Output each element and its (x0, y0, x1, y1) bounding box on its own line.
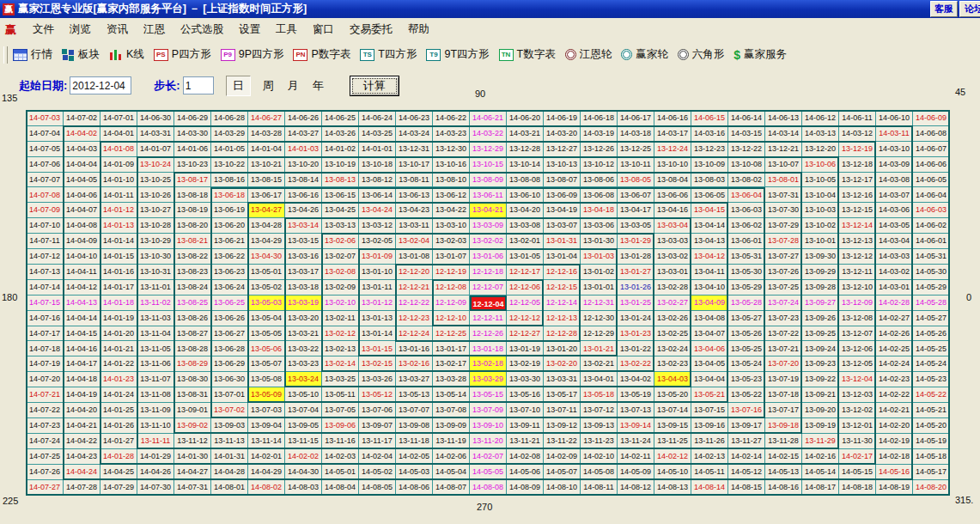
date-cell[interactable]: 13-08-15 (248, 173, 285, 188)
date-cell[interactable]: 14-06-12 (802, 111, 839, 126)
calculate-button[interactable]: 计算 (350, 76, 399, 96)
date-cell[interactable]: 13-04-18 (581, 203, 618, 218)
date-cell[interactable]: 13-06-15 (322, 188, 359, 204)
date-cell[interactable]: 13-12-08 (839, 311, 876, 326)
date-cell[interactable]: 13-10-12 (581, 157, 618, 173)
date-cell[interactable]: 13-08-10 (433, 173, 470, 188)
date-cell[interactable]: 13-02-16 (396, 356, 433, 372)
date-cell[interactable]: 13-03-18 (285, 280, 322, 296)
date-cell[interactable]: 13-02-15 (359, 356, 396, 372)
date-cell[interactable]: 14-04-13 (64, 296, 100, 311)
date-cell[interactable]: 13-02-18 (470, 356, 507, 372)
date-cell[interactable]: 13-05-19 (618, 387, 654, 403)
date-cell[interactable]: 14-05-30 (913, 265, 950, 280)
date-cell[interactable]: 12-12-11 (470, 311, 507, 326)
date-cell[interactable]: 13-08-31 (174, 387, 211, 403)
date-cell[interactable]: 13-09-29 (802, 265, 839, 280)
date-cell[interactable]: 14-04-03 (64, 142, 100, 157)
date-cell[interactable]: 13-09-20 (802, 403, 839, 418)
date-cell[interactable]: 14-06-16 (654, 111, 691, 126)
date-cell[interactable]: 12-12-23 (396, 311, 433, 326)
date-cell[interactable]: 14-05-17 (913, 465, 950, 480)
date-cell[interactable]: 14-04-18 (64, 372, 100, 387)
date-cell[interactable]: 13-02-13 (322, 342, 359, 357)
date-cell[interactable]: 14-06-13 (765, 111, 802, 126)
date-cell[interactable]: 14-04-30 (285, 465, 322, 480)
date-cell[interactable]: 13-03-21 (285, 326, 322, 342)
date-cell[interactable]: 13-10-29 (137, 234, 174, 249)
toolbar-button-t9[interactable]: T99T四方形 (426, 47, 489, 62)
date-cell[interactable]: 13-10-18 (359, 157, 396, 173)
date-cell[interactable]: 14-03-29 (211, 126, 248, 142)
date-cell[interactable]: 13-06-16 (285, 188, 322, 204)
date-cell[interactable]: 13-05-17 (544, 387, 581, 403)
date-cell[interactable]: 13-04-23 (396, 203, 433, 218)
date-cell[interactable]: 13-09-06 (322, 418, 359, 434)
date-cell[interactable]: 13-02-04 (396, 234, 433, 249)
date-cell[interactable]: 14-07-11 (27, 234, 64, 249)
date-cell[interactable]: 13-10-24 (137, 157, 174, 173)
date-cell[interactable]: 13-09-17 (728, 418, 765, 434)
unit-option-日[interactable]: 日 (226, 76, 251, 96)
date-cell[interactable]: 14-04-24 (64, 465, 100, 480)
date-cell[interactable]: 13-03-19 (285, 296, 322, 311)
unit-option-年[interactable]: 年 (313, 78, 324, 94)
date-cell[interactable]: 13-09-14 (618, 418, 654, 434)
date-cell[interactable]: 14-05-28 (913, 296, 950, 311)
date-cell[interactable]: 13-01-01 (581, 280, 618, 296)
date-cell[interactable]: 13-06-26 (211, 311, 248, 326)
unit-option-月[interactable]: 月 (288, 78, 299, 94)
date-cell[interactable]: 12-12-06 (507, 280, 544, 296)
date-cell[interactable]: 13-06-21 (211, 234, 248, 249)
date-cell[interactable]: 13-02-22 (618, 356, 654, 372)
date-cell[interactable]: 14-01-17 (100, 280, 137, 296)
date-cell[interactable]: 13-03-05 (618, 218, 654, 234)
date-cell[interactable]: 14-07-25 (27, 449, 64, 465)
date-cell[interactable]: 13-09-05 (285, 418, 322, 434)
date-cell[interactable]: 14-05-15 (839, 465, 876, 480)
date-cell[interactable]: 13-11-20 (470, 434, 507, 449)
date-cell[interactable]: 14-08-15 (728, 480, 765, 496)
date-cell[interactable]: 14-02-10 (581, 449, 618, 465)
date-cell[interactable]: 13-03-31 (544, 372, 581, 387)
toolbar-button-p9[interactable]: P99P四方形 (221, 47, 284, 62)
date-cell[interactable]: 13-03-06 (581, 218, 618, 234)
date-cell[interactable]: 14-05-29 (913, 280, 950, 296)
date-cell[interactable]: 13-06-14 (359, 188, 396, 204)
date-cell[interactable]: 13-10-26 (137, 188, 174, 204)
date-cell[interactable]: 13-09-08 (396, 418, 433, 434)
date-cell[interactable]: 13-02-02 (470, 234, 507, 249)
date-cell[interactable]: 14-07-31 (174, 480, 211, 496)
menu-item[interactable]: 公式选股 (173, 20, 231, 40)
date-cell[interactable]: 13-07-06 (359, 403, 396, 418)
date-cell[interactable]: 13-05-05 (248, 326, 285, 342)
date-cell[interactable]: 13-03-20 (285, 311, 322, 326)
date-cell[interactable]: 13-07-29 (765, 218, 802, 234)
date-cell[interactable]: 13-11-15 (285, 434, 322, 449)
date-cell[interactable]: 13-01-26 (618, 280, 654, 296)
date-cell[interactable]: 14-04-04 (64, 157, 100, 173)
date-cell[interactable]: 12-12-08 (433, 280, 470, 296)
date-cell[interactable]: 13-01-14 (359, 326, 396, 342)
date-cell[interactable]: 13-05-09 (248, 387, 285, 403)
date-cell[interactable]: 13-05-03 (248, 296, 285, 311)
date-cell[interactable]: 13-01-27 (618, 265, 654, 280)
date-cell[interactable]: 13-04-21 (470, 203, 507, 218)
date-cell[interactable]: 14-06-28 (211, 111, 248, 126)
date-cell[interactable]: 13-04-19 (544, 203, 581, 218)
menu-item[interactable]: 工具 (268, 20, 305, 40)
date-cell[interactable]: 13-01-29 (618, 234, 654, 249)
date-cell[interactable]: 13-04-13 (691, 234, 728, 249)
date-cell[interactable]: 13-05-08 (248, 372, 285, 387)
date-cell[interactable]: 12-12-29 (581, 326, 618, 342)
date-cell[interactable]: 14-06-14 (728, 111, 765, 126)
date-cell[interactable]: 13-08-17 (174, 173, 211, 188)
date-cell[interactable]: 13-10-07 (765, 157, 802, 173)
date-cell[interactable]: 13-12-21 (765, 142, 802, 157)
date-cell[interactable]: 14-03-10 (876, 142, 913, 157)
date-cell[interactable]: 13-09-02 (174, 418, 211, 434)
date-cell[interactable]: 13-06-30 (211, 372, 248, 387)
date-cell[interactable]: 13-05-22 (728, 387, 765, 403)
date-cell[interactable]: 13-07-25 (765, 280, 802, 296)
date-cell[interactable]: 13-09-10 (470, 418, 507, 434)
